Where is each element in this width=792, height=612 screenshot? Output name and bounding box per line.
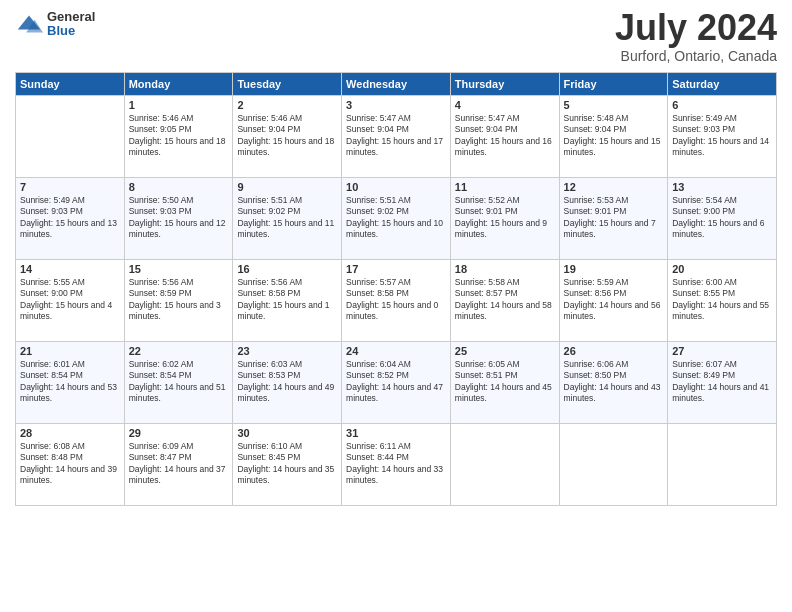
day-number: 25 — [455, 345, 555, 357]
day-number: 18 — [455, 263, 555, 275]
day-number: 17 — [346, 263, 446, 275]
calendar-cell: 29Sunrise: 6:09 AMSunset: 8:47 PMDayligh… — [124, 424, 233, 506]
calendar-cell: 20Sunrise: 6:00 AMSunset: 8:55 PMDayligh… — [668, 260, 777, 342]
day-number: 14 — [20, 263, 120, 275]
day-number: 30 — [237, 427, 337, 439]
calendar-cell: 28Sunrise: 6:08 AMSunset: 8:48 PMDayligh… — [16, 424, 125, 506]
day-number: 11 — [455, 181, 555, 193]
logo-icon — [15, 10, 43, 38]
calendar-week-row: 28Sunrise: 6:08 AMSunset: 8:48 PMDayligh… — [16, 424, 777, 506]
day-number: 22 — [129, 345, 229, 357]
day-number: 16 — [237, 263, 337, 275]
calendar-cell: 24Sunrise: 6:04 AMSunset: 8:52 PMDayligh… — [342, 342, 451, 424]
calendar-table: SundayMondayTuesdayWednesdayThursdayFrid… — [15, 72, 777, 506]
day-info: Sunrise: 5:55 AMSunset: 9:00 PMDaylight:… — [20, 277, 120, 323]
calendar-cell — [450, 424, 559, 506]
calendar-week-row: 14Sunrise: 5:55 AMSunset: 9:00 PMDayligh… — [16, 260, 777, 342]
calendar-cell — [559, 424, 668, 506]
day-info: Sunrise: 6:03 AMSunset: 8:53 PMDaylight:… — [237, 359, 337, 405]
col-header-thursday: Thursday — [450, 73, 559, 96]
day-number: 2 — [237, 99, 337, 111]
day-info: Sunrise: 6:09 AMSunset: 8:47 PMDaylight:… — [129, 441, 229, 487]
col-header-friday: Friday — [559, 73, 668, 96]
calendar-cell: 25Sunrise: 6:05 AMSunset: 8:51 PMDayligh… — [450, 342, 559, 424]
calendar-cell — [16, 96, 125, 178]
calendar-week-row: 7Sunrise: 5:49 AMSunset: 9:03 PMDaylight… — [16, 178, 777, 260]
calendar-cell: 21Sunrise: 6:01 AMSunset: 8:54 PMDayligh… — [16, 342, 125, 424]
day-number: 19 — [564, 263, 664, 275]
day-info: Sunrise: 5:54 AMSunset: 9:00 PMDaylight:… — [672, 195, 772, 241]
day-info: Sunrise: 6:00 AMSunset: 8:55 PMDaylight:… — [672, 277, 772, 323]
calendar-cell: 15Sunrise: 5:56 AMSunset: 8:59 PMDayligh… — [124, 260, 233, 342]
calendar-cell: 19Sunrise: 5:59 AMSunset: 8:56 PMDayligh… — [559, 260, 668, 342]
logo-general: General — [47, 10, 95, 24]
calendar-cell — [668, 424, 777, 506]
calendar-cell: 22Sunrise: 6:02 AMSunset: 8:54 PMDayligh… — [124, 342, 233, 424]
day-info: Sunrise: 6:05 AMSunset: 8:51 PMDaylight:… — [455, 359, 555, 405]
day-info: Sunrise: 5:56 AMSunset: 8:59 PMDaylight:… — [129, 277, 229, 323]
calendar-cell: 1Sunrise: 5:46 AMSunset: 9:05 PMDaylight… — [124, 96, 233, 178]
calendar-cell: 6Sunrise: 5:49 AMSunset: 9:03 PMDaylight… — [668, 96, 777, 178]
day-number: 4 — [455, 99, 555, 111]
logo-blue: Blue — [47, 24, 95, 38]
day-number: 9 — [237, 181, 337, 193]
calendar-header-row: SundayMondayTuesdayWednesdayThursdayFrid… — [16, 73, 777, 96]
day-info: Sunrise: 5:49 AMSunset: 9:03 PMDaylight:… — [20, 195, 120, 241]
day-number: 3 — [346, 99, 446, 111]
calendar-cell: 14Sunrise: 5:55 AMSunset: 9:00 PMDayligh… — [16, 260, 125, 342]
calendar-week-row: 21Sunrise: 6:01 AMSunset: 8:54 PMDayligh… — [16, 342, 777, 424]
col-header-tuesday: Tuesday — [233, 73, 342, 96]
day-number: 23 — [237, 345, 337, 357]
day-info: Sunrise: 5:53 AMSunset: 9:01 PMDaylight:… — [564, 195, 664, 241]
day-info: Sunrise: 5:46 AMSunset: 9:05 PMDaylight:… — [129, 113, 229, 159]
day-info: Sunrise: 6:01 AMSunset: 8:54 PMDaylight:… — [20, 359, 120, 405]
col-header-sunday: Sunday — [16, 73, 125, 96]
col-header-wednesday: Wednesday — [342, 73, 451, 96]
day-info: Sunrise: 5:51 AMSunset: 9:02 PMDaylight:… — [346, 195, 446, 241]
day-number: 24 — [346, 345, 446, 357]
day-number: 21 — [20, 345, 120, 357]
day-info: Sunrise: 5:50 AMSunset: 9:03 PMDaylight:… — [129, 195, 229, 241]
calendar-cell: 12Sunrise: 5:53 AMSunset: 9:01 PMDayligh… — [559, 178, 668, 260]
logo: General Blue — [15, 10, 95, 39]
calendar-cell: 13Sunrise: 5:54 AMSunset: 9:00 PMDayligh… — [668, 178, 777, 260]
calendar-cell: 4Sunrise: 5:47 AMSunset: 9:04 PMDaylight… — [450, 96, 559, 178]
day-info: Sunrise: 6:06 AMSunset: 8:50 PMDaylight:… — [564, 359, 664, 405]
day-number: 12 — [564, 181, 664, 193]
day-number: 26 — [564, 345, 664, 357]
col-header-saturday: Saturday — [668, 73, 777, 96]
day-number: 7 — [20, 181, 120, 193]
month-year: July 2024 — [615, 10, 777, 46]
day-info: Sunrise: 5:47 AMSunset: 9:04 PMDaylight:… — [455, 113, 555, 159]
calendar-cell: 23Sunrise: 6:03 AMSunset: 8:53 PMDayligh… — [233, 342, 342, 424]
day-info: Sunrise: 6:02 AMSunset: 8:54 PMDaylight:… — [129, 359, 229, 405]
day-info: Sunrise: 5:56 AMSunset: 8:58 PMDaylight:… — [237, 277, 337, 323]
day-number: 10 — [346, 181, 446, 193]
location: Burford, Ontario, Canada — [615, 48, 777, 64]
logo-text: General Blue — [47, 10, 95, 39]
calendar-cell: 16Sunrise: 5:56 AMSunset: 8:58 PMDayligh… — [233, 260, 342, 342]
day-info: Sunrise: 5:47 AMSunset: 9:04 PMDaylight:… — [346, 113, 446, 159]
calendar-cell: 31Sunrise: 6:11 AMSunset: 8:44 PMDayligh… — [342, 424, 451, 506]
day-number: 13 — [672, 181, 772, 193]
day-info: Sunrise: 5:51 AMSunset: 9:02 PMDaylight:… — [237, 195, 337, 241]
calendar-cell: 2Sunrise: 5:46 AMSunset: 9:04 PMDaylight… — [233, 96, 342, 178]
day-info: Sunrise: 6:11 AMSunset: 8:44 PMDaylight:… — [346, 441, 446, 487]
calendar-cell: 5Sunrise: 5:48 AMSunset: 9:04 PMDaylight… — [559, 96, 668, 178]
day-info: Sunrise: 5:59 AMSunset: 8:56 PMDaylight:… — [564, 277, 664, 323]
calendar-cell: 11Sunrise: 5:52 AMSunset: 9:01 PMDayligh… — [450, 178, 559, 260]
day-info: Sunrise: 5:48 AMSunset: 9:04 PMDaylight:… — [564, 113, 664, 159]
day-info: Sunrise: 5:58 AMSunset: 8:57 PMDaylight:… — [455, 277, 555, 323]
day-info: Sunrise: 5:52 AMSunset: 9:01 PMDaylight:… — [455, 195, 555, 241]
calendar-container: General Blue July 2024 Burford, Ontario,… — [0, 0, 792, 612]
col-header-monday: Monday — [124, 73, 233, 96]
day-number: 20 — [672, 263, 772, 275]
day-number: 1 — [129, 99, 229, 111]
day-number: 29 — [129, 427, 229, 439]
calendar-cell: 7Sunrise: 5:49 AMSunset: 9:03 PMDaylight… — [16, 178, 125, 260]
title-area: July 2024 Burford, Ontario, Canada — [615, 10, 777, 64]
day-number: 6 — [672, 99, 772, 111]
day-info: Sunrise: 6:04 AMSunset: 8:52 PMDaylight:… — [346, 359, 446, 405]
header: General Blue July 2024 Burford, Ontario,… — [15, 10, 777, 64]
calendar-cell: 18Sunrise: 5:58 AMSunset: 8:57 PMDayligh… — [450, 260, 559, 342]
